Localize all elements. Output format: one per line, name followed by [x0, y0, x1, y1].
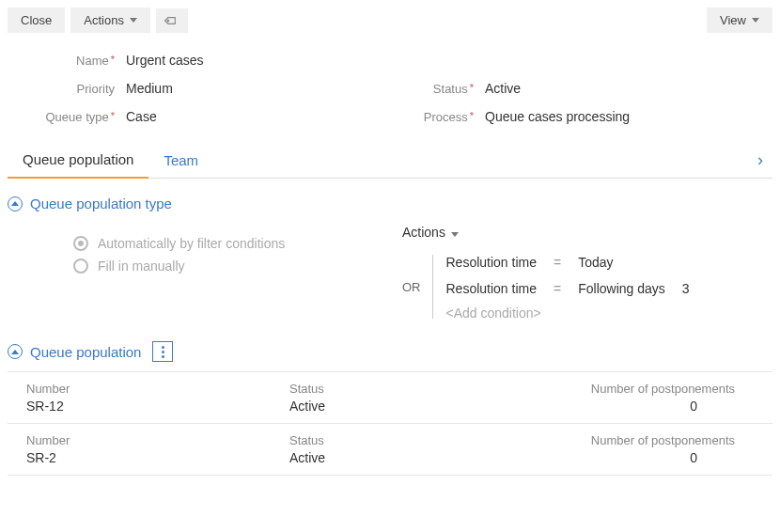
col-post-label: Number of postponements	[591, 382, 735, 396]
cond-field: Resolution time	[446, 255, 538, 270]
cell-number: SR-12	[26, 399, 252, 414]
priority-label: Priority	[8, 82, 120, 96]
tabs: Queue population Team ›	[8, 142, 772, 179]
radio-auto-label: Automatically by filter conditions	[98, 236, 285, 251]
filter-condition[interactable]: Resolution time = Today	[446, 249, 773, 275]
actions-button[interactable]: Actions	[70, 8, 150, 33]
view-button[interactable]: View	[707, 8, 772, 33]
col-post-label: Number of postponements	[591, 433, 735, 447]
status-label: Status*	[404, 82, 479, 96]
section-pop: Queue population Number SR-12 Status Act…	[8, 341, 772, 476]
view-label: View	[720, 13, 746, 27]
chevron-down-icon	[451, 232, 459, 237]
chevron-down-icon	[752, 18, 759, 23]
cell-status: Active	[289, 450, 496, 465]
tab-queue-population[interactable]: Queue population	[8, 142, 148, 179]
radio-auto[interactable]: Automatically by filter conditions	[73, 236, 402, 251]
col-status-label: Status	[289, 382, 496, 396]
radio-icon	[73, 258, 88, 274]
section-title-pop[interactable]: Queue population	[30, 344, 141, 360]
collapse-icon[interactable]	[8, 196, 23, 211]
tag-icon	[163, 11, 181, 30]
tab-team[interactable]: Team	[148, 143, 213, 178]
add-condition[interactable]: <Add condition>	[446, 302, 773, 324]
cond-op: =	[554, 255, 561, 270]
filter-condition[interactable]: Resolution time = Following days 3	[446, 275, 773, 302]
cell-post: 0	[690, 399, 735, 414]
radio-icon	[73, 236, 88, 251]
tabs-more[interactable]: ›	[748, 143, 772, 178]
radio-manual-label: Fill in manually	[98, 258, 185, 274]
toolbar: Close Actions View	[8, 8, 772, 33]
svg-point-0	[167, 19, 169, 21]
name-field[interactable]: Urgent cases	[120, 49, 772, 72]
cell-number: SR-2	[26, 450, 252, 465]
col-number-label: Number	[26, 433, 252, 447]
cell-status: Active	[289, 399, 496, 414]
close-button[interactable]: Close	[8, 8, 65, 33]
table-row[interactable]: Number SR-2 Status Active Number of post…	[8, 424, 772, 476]
records-list: Number SR-12 Status Active Number of pos…	[8, 371, 772, 476]
section-title-pop-type[interactable]: Queue population type	[30, 196, 172, 211]
col-number-label: Number	[26, 382, 252, 396]
cond-field: Resolution time	[446, 281, 538, 296]
pop-type-options: Automatically by filter conditions Fill …	[8, 221, 402, 324]
priority-field[interactable]: Medium	[120, 77, 376, 101]
filter-panel: Actions OR Resolution time = Today Resol…	[402, 221, 772, 324]
section-more-button[interactable]	[152, 341, 173, 362]
queue-type-label: Queue type*	[8, 110, 120, 124]
process-field[interactable]: Queue cases processing	[479, 105, 772, 129]
table-row[interactable]: Number SR-12 Status Active Number of pos…	[8, 371, 772, 424]
queue-type-field[interactable]: Case	[120, 105, 376, 129]
process-label: Process*	[404, 110, 479, 124]
col-status-label: Status	[289, 433, 496, 447]
filter-actions-button[interactable]: Actions	[402, 221, 772, 249]
name-label: Name*	[8, 54, 120, 68]
cond-op: =	[554, 281, 561, 296]
filter-or-label[interactable]: OR	[402, 249, 432, 324]
radio-manual[interactable]: Fill in manually	[73, 258, 402, 274]
section-pop-type: Queue population type Automatically by f…	[8, 196, 772, 324]
cond-value-num: 3	[682, 281, 690, 296]
collapse-icon[interactable]	[8, 344, 23, 359]
cell-post: 0	[690, 450, 735, 465]
status-field[interactable]: Active	[479, 77, 772, 101]
chevron-down-icon	[130, 18, 137, 23]
cond-value: Following days	[578, 281, 665, 296]
actions-label: Actions	[84, 13, 124, 27]
tag-button[interactable]	[156, 8, 188, 33]
record-fields: Name* Urgent cases Priority Medium Queue…	[8, 46, 772, 131]
cond-value: Today	[578, 255, 613, 270]
